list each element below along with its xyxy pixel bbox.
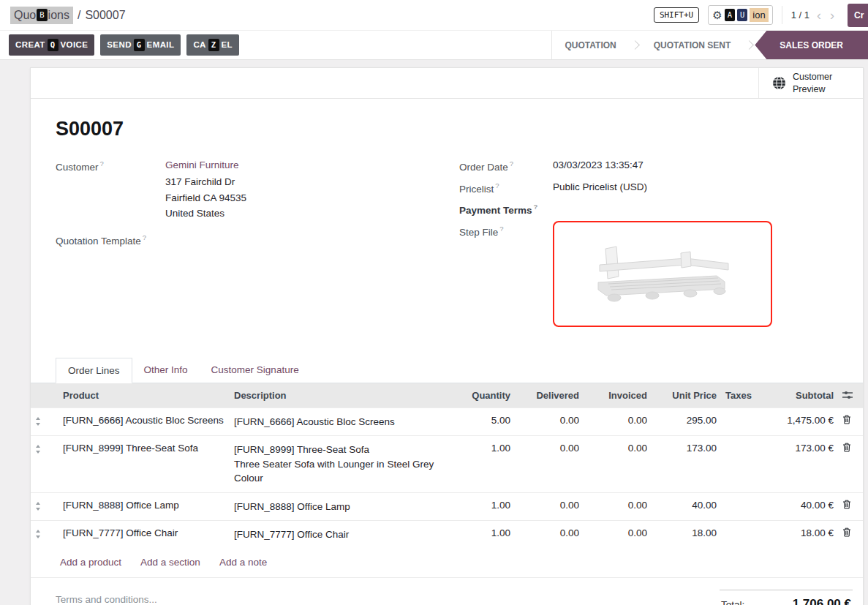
help-icon: ? <box>495 181 499 189</box>
column-header-invoiced: Invoiced <box>584 383 652 408</box>
cell-description[interactable]: [FURN_8999] Three-Seat Sofa Three Seater… <box>230 436 448 493</box>
column-header-subtotal: Subtotal <box>756 383 838 408</box>
cell-description[interactable]: [FURN_6666] Acoustic Bloc Screens <box>230 407 448 436</box>
field-step-file: Step File? <box>459 225 838 327</box>
cell-delivered[interactable]: 0.00 <box>515 436 584 493</box>
cell-taxes[interactable] <box>721 521 756 549</box>
cell-invoiced[interactable]: 0.00 <box>584 436 652 493</box>
sheet-top-strip: Customer Preview <box>31 68 863 99</box>
optional-columns-button[interactable] <box>838 383 863 408</box>
cell-invoiced[interactable]: 0.00 <box>584 407 652 436</box>
add-a-section-link[interactable]: Add a section <box>140 557 200 568</box>
step-file-label: Step File? <box>459 225 553 238</box>
cancel-label-prefix: CA <box>193 40 205 50</box>
cell-quantity[interactable]: 1.00 <box>448 492 515 521</box>
step-file-3d-render-image <box>576 236 749 312</box>
cell-description[interactable]: [FURN_7777] Office Chair <box>230 521 448 549</box>
pager: 1 / 1 ‹ › <box>782 6 836 24</box>
breadcrumb-quotations-link[interactable]: Quo B ions <box>10 7 73 24</box>
drag-handle-icon[interactable] <box>31 436 59 493</box>
drag-handle-icon[interactable] <box>31 521 59 549</box>
cell-taxes[interactable] <box>721 492 756 521</box>
cell-taxes[interactable] <box>721 436 756 493</box>
order-line-row[interactable]: [FURN_7777] Office Chair [FURN_7777] Off… <box>31 521 863 549</box>
table-header-row: Product Description Quantity Delivered I… <box>31 383 863 408</box>
chevron-right-icon[interactable]: › <box>829 9 836 22</box>
help-icon: ? <box>534 203 538 211</box>
cell-invoiced[interactable]: 0.00 <box>584 521 652 549</box>
add-a-product-link[interactable]: Add a product <box>60 557 121 568</box>
globe-icon <box>772 76 786 90</box>
cell-product[interactable]: [FURN_8888] Office Lamp <box>59 492 230 521</box>
breadcrumb-record: S00007 <box>85 9 125 22</box>
step-file-preview[interactable] <box>553 221 772 327</box>
order-lines-table: Product Description Quantity Delivered I… <box>31 383 863 549</box>
cell-unit-price[interactable]: 40.00 <box>652 492 721 521</box>
help-icon: ? <box>499 225 503 233</box>
status-step-sales-order[interactable]: SALES ORDER <box>755 31 868 59</box>
topbar-right: SHIFT+U ⚙ A U ion 1 / 1 ‹ › Cr <box>654 0 868 30</box>
cell-taxes[interactable] <box>721 407 756 436</box>
quotation-template-label: Quotation Template? <box>56 233 165 247</box>
field-quotation-template: Quotation Template? <box>56 233 459 247</box>
breadcrumb-divider: / <box>78 9 80 22</box>
cell-product[interactable]: [FURN_6666] Acoustic Bloc Screens <box>59 407 230 436</box>
cell-unit-price[interactable]: 173.00 <box>652 436 721 493</box>
chevron-left-icon[interactable]: ‹ <box>815 9 823 22</box>
order-line-row[interactable]: [FURN_8888] Office Lamp [FURN_8888] Offi… <box>31 492 863 521</box>
action-menu-button[interactable]: ⚙ A U ion <box>708 5 772 25</box>
field-pricelist: Pricelist? Public Pricelist (USD) <box>459 181 838 195</box>
customer-preview-label: Customer Preview <box>793 71 841 95</box>
cell-delivered[interactable]: 0.00 <box>515 407 584 436</box>
delete-line-button[interactable] <box>838 492 863 521</box>
cell-quantity[interactable]: 5.00 <box>448 407 515 436</box>
sheet-footer: Terms and conditions... Total: 1,706.00 … <box>31 578 863 605</box>
create-button[interactable]: Cr <box>848 4 868 27</box>
cell-delivered[interactable]: 0.00 <box>515 492 584 521</box>
tab-customer-signature[interactable]: Customer Signature <box>200 358 311 383</box>
status-step-quotation[interactable]: QUOTATION <box>552 31 630 59</box>
tab-order-lines[interactable]: Order Lines <box>56 358 132 383</box>
shortcut-badge-b: B <box>37 9 47 20</box>
order-line-row[interactable]: [FURN_6666] Acoustic Bloc Screens [FURN_… <box>31 407 863 436</box>
send-email-button[interactable]: SEND G EMAIL <box>100 34 181 55</box>
order-date-label: Order Date? <box>459 159 553 173</box>
order-line-row[interactable]: [FURN_8999] Three-Seat Sofa [FURN_8999] … <box>31 436 863 493</box>
cell-unit-price[interactable]: 295.00 <box>652 407 721 436</box>
statusbar: QUOTATION QUOTATION SENT SALES ORDER <box>551 31 868 59</box>
delete-line-button[interactable] <box>838 521 863 549</box>
terms-and-conditions-input[interactable]: Terms and conditions... <box>56 590 157 605</box>
create-invoice-label-prefix: CREAT <box>15 40 45 50</box>
field-order-date: Order Date? 03/03/2023 13:35:47 <box>459 159 838 173</box>
create-invoice-button[interactable]: CREAT Q VOICE <box>9 34 94 55</box>
customer-preview-button[interactable]: Customer Preview <box>758 68 863 98</box>
delete-line-button[interactable] <box>838 436 863 493</box>
drag-handle-icon[interactable] <box>31 492 59 521</box>
total-label: Total: <box>721 599 744 605</box>
customer-link[interactable]: Gemini Furniture <box>165 159 239 170</box>
cancel-button[interactable]: CA Z EL <box>186 34 239 55</box>
cell-product[interactable]: [FURN_8999] Three-Seat Sofa <box>59 436 230 493</box>
field-grid: Customer? Gemini Furniture 317 Fairchild… <box>56 159 838 336</box>
cell-description[interactable]: [FURN_8888] Office Lamp <box>230 492 448 521</box>
delete-line-button[interactable] <box>838 407 863 436</box>
pager-counter: 1 / 1 <box>791 10 809 20</box>
tab-other-info[interactable]: Other Info <box>132 358 200 383</box>
cell-quantity[interactable]: 1.00 <box>448 521 515 549</box>
pricelist-value[interactable]: Public Pricelist (USD) <box>553 181 647 192</box>
status-step-quotation-sent[interactable]: QUOTATION SENT <box>641 31 744 59</box>
cell-quantity[interactable]: 1.00 <box>448 436 515 493</box>
cell-delivered[interactable]: 0.00 <box>515 521 584 549</box>
help-icon: ? <box>143 233 146 241</box>
cell-unit-price[interactable]: 18.00 <box>652 521 721 549</box>
cell-invoiced[interactable]: 0.00 <box>584 492 652 521</box>
customer-label: Customer? <box>56 159 165 173</box>
add-a-note-link[interactable]: Add a note <box>219 557 267 568</box>
content-area: Customer Preview S00007 Customer? Gemini… <box>0 60 868 605</box>
customer-address: 317 Fairchild Dr Fairfield CA 94535 Unit… <box>165 174 246 222</box>
drag-handle-icon[interactable] <box>31 407 59 436</box>
column-header-product: Product <box>59 383 230 408</box>
list-footer-links: Add a product Add a section Add a note <box>31 549 863 578</box>
cell-product[interactable]: [FURN_7777] Office Chair <box>59 521 230 549</box>
order-date-value[interactable]: 03/03/2023 13:35:47 <box>553 159 644 170</box>
